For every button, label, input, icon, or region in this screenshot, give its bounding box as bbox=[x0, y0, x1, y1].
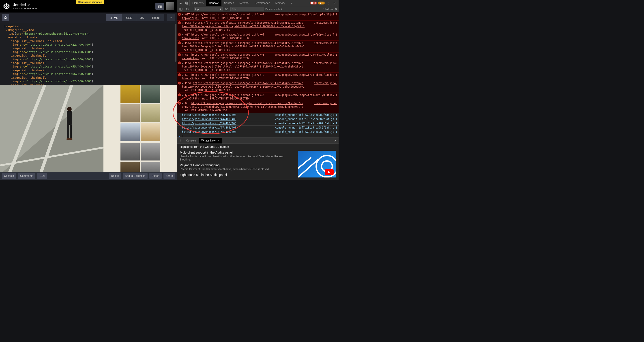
drawer-menu-icon[interactable]: ⋮ bbox=[177, 138, 184, 144]
console-sidebar-icon[interactable] bbox=[178, 7, 184, 12]
console-prompt[interactable]: › bbox=[177, 134, 338, 138]
thumbnail[interactable] bbox=[141, 123, 160, 141]
svg-rect-4 bbox=[158, 6, 160, 8]
console-error-row[interactable]: ✕▸ GET https://www.google.com/images/cle… bbox=[177, 32, 338, 40]
youtube-play-icon[interactable] bbox=[325, 169, 334, 175]
tab-js[interactable]: JS bbox=[136, 14, 148, 21]
footer-delete-button[interactable]: Delete bbox=[109, 173, 121, 179]
clear-console-icon[interactable] bbox=[185, 7, 190, 12]
article-heading: Multi-client support in the Audits panel bbox=[180, 151, 295, 154]
footer-share-button[interactable]: Share bbox=[164, 173, 175, 179]
thumbnail[interactable] bbox=[141, 162, 160, 172]
console-error-row[interactable]: ✕▸ GET https://firestore.googleapis.com/… bbox=[177, 101, 338, 113]
code-editor[interactable]: .imageList .imageList__view img(src="htt… bbox=[0, 23, 177, 85]
svg-rect-12 bbox=[67, 111, 72, 125]
drawer-tab-console[interactable]: Console bbox=[184, 138, 198, 144]
inspect-icon[interactable] bbox=[177, 0, 184, 6]
devtools-close-icon[interactable]: ✕ bbox=[332, 1, 337, 5]
svg-rect-3 bbox=[158, 5, 162, 5]
close-tab-icon[interactable]: ✕ bbox=[216, 139, 220, 142]
thumbnail[interactable] bbox=[141, 85, 160, 103]
console-output[interactable]: ✕▸ GET https://www.google.com/images/cle… bbox=[177, 12, 338, 138]
unsaved-badge: 10 unsaved changes bbox=[76, 0, 104, 4]
svg-point-16 bbox=[69, 138, 72, 140]
tab-css[interactable]: CSS bbox=[122, 14, 136, 21]
footer-comments-button[interactable]: Comments bbox=[18, 173, 36, 179]
footer-console-button[interactable]: Console bbox=[2, 173, 16, 179]
console-error-row[interactable]: ✕▸ GET https://www.google.com/images/cle… bbox=[177, 93, 338, 101]
console-log-row[interactable]: https://picsum.photos/id/55/400/400conso… bbox=[177, 121, 338, 125]
svg-line-23 bbox=[186, 8, 188, 10]
devtools-panel: Elements Console Sources Network Perform… bbox=[177, 0, 338, 180]
console-error-row[interactable]: ✕▸ GET https://www.google.com/images/cle… bbox=[177, 72, 338, 81]
hidden-count[interactable]: 1 hidden bbox=[323, 8, 333, 10]
change-view-button[interactable] bbox=[156, 3, 164, 10]
whats-new-panel: Highlights from the Chrome 78 update Mul… bbox=[177, 144, 338, 180]
whatsnew-headline: Highlights from the Chrome 78 update bbox=[180, 145, 336, 149]
codepen-logo-icon[interactable] bbox=[3, 2, 10, 10]
console-error-row[interactable]: ✕▸ POST https://firestore.googleapis.com… bbox=[177, 40, 338, 52]
drawer-tab-whatsnew[interactable]: What's New ✕ bbox=[198, 138, 222, 144]
article-body: Use the Audits panel in combination with… bbox=[180, 155, 295, 161]
svg-point-11 bbox=[67, 107, 72, 111]
video-thumbnail[interactable] bbox=[298, 151, 336, 177]
edit-icon[interactable] bbox=[27, 3, 30, 6]
editor-scrollbar[interactable] bbox=[175, 23, 177, 85]
thumbnail[interactable] bbox=[120, 123, 140, 141]
context-selector[interactable]: top▾ bbox=[194, 7, 223, 11]
codepen-footer: Console Comments 1.0× Delete Add to Coll… bbox=[0, 172, 177, 180]
editor-toolbar: HTML CSS JS Result bbox=[0, 12, 177, 23]
console-log-row[interactable]: https://picsum.photos/id/77/400/400conso… bbox=[177, 125, 338, 130]
console-log-row[interactable]: https://picsum.photos/id/33/400/400conso… bbox=[177, 113, 338, 117]
thumbnail[interactable] bbox=[120, 143, 140, 161]
svg-rect-14 bbox=[70, 125, 72, 138]
tab-performance[interactable]: Performance bbox=[252, 0, 273, 6]
svg-rect-5 bbox=[160, 6, 162, 8]
log-levels-selector[interactable]: Default levels ▾ bbox=[265, 7, 282, 10]
tab-memory[interactable]: Memory bbox=[273, 0, 288, 6]
editor-tabs: HTML CSS JS Result bbox=[106, 14, 164, 21]
footer-add-button[interactable]: Add to Collection bbox=[123, 173, 148, 179]
svg-rect-13 bbox=[67, 125, 69, 138]
console-error-row[interactable]: ✕▸ GET https://www.google.com/images/cle… bbox=[177, 52, 338, 61]
devtools-tabbar: Elements Console Sources Network Perform… bbox=[177, 0, 338, 6]
tabs-overflow-icon[interactable]: » bbox=[288, 0, 295, 6]
preview-thumbnails bbox=[119, 85, 177, 172]
article-heading: Lighthouse 5.2 in the Audits panel bbox=[180, 173, 295, 176]
thumbnail[interactable] bbox=[120, 162, 140, 172]
console-error-row[interactable]: ✕▸ POST https://firestore.googleapis.com… bbox=[177, 61, 338, 72]
settings-button[interactable] bbox=[2, 14, 9, 21]
console-log-row[interactable]: https://picsum.photos/id/66/400/400conso… bbox=[177, 130, 338, 134]
tab-result[interactable]: Result bbox=[148, 14, 164, 21]
console-error-row[interactable]: ✕▸ POST https://firestore.googleapis.com… bbox=[177, 81, 338, 93]
footer-zoom[interactable]: 1.0× bbox=[37, 173, 47, 179]
error-count-badge[interactable]: ✖ 14 bbox=[310, 1, 317, 4]
warning-count-badge[interactable]: ▲ 1 bbox=[318, 1, 325, 4]
devtools-menu-icon[interactable]: ⋮ bbox=[326, 1, 331, 5]
thumbnail[interactable] bbox=[141, 143, 160, 161]
console-settings-icon[interactable] bbox=[334, 7, 337, 11]
drawer-close-icon[interactable]: ✕ bbox=[332, 139, 338, 142]
console-error-row[interactable]: ✕▸ GET https://www.google.com/images/cle… bbox=[177, 12, 338, 20]
user-avatar[interactable] bbox=[166, 2, 174, 10]
thumbnail[interactable] bbox=[120, 85, 140, 103]
tab-network[interactable]: Network bbox=[237, 0, 252, 6]
filter-input[interactable] bbox=[230, 7, 264, 11]
drawer-tabbar: ⋮ Console What's New ✕ ✕ bbox=[177, 138, 338, 144]
tab-console[interactable]: Console bbox=[206, 0, 222, 6]
device-icon[interactable] bbox=[184, 0, 190, 6]
tab-elements[interactable]: Elements bbox=[190, 0, 206, 6]
console-error-row[interactable]: ✕▸ POST https://firestore.googleapis.com… bbox=[177, 20, 338, 32]
tab-html[interactable]: HTML bbox=[106, 14, 122, 21]
thumbnail[interactable] bbox=[120, 104, 140, 122]
console-filter-bar: top▾ Default levels ▾ 1 hidden bbox=[177, 6, 338, 12]
tab-sources[interactable]: Sources bbox=[222, 0, 237, 6]
console-log-row[interactable]: https://picsum.photos/id/44/400/400conso… bbox=[177, 117, 338, 121]
article-body: Record Payment Handler events for 3 days… bbox=[180, 168, 295, 171]
footer-export-button[interactable]: Export bbox=[149, 173, 162, 179]
codepen-panel: 10 unsaved changes Untitled A PEN BY ooo… bbox=[0, 0, 177, 180]
live-expression-icon[interactable] bbox=[224, 7, 229, 12]
preview-main-image bbox=[0, 85, 104, 172]
thumbnail[interactable] bbox=[141, 104, 160, 122]
collapse-editor-button[interactable] bbox=[167, 14, 175, 21]
